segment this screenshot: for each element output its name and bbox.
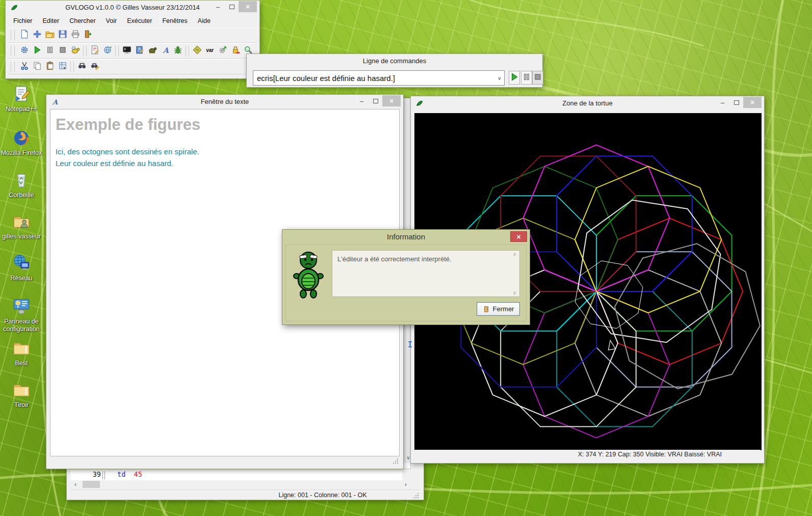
debug-bug-button[interactable] xyxy=(172,45,184,57)
toolbar-grip[interactable] xyxy=(11,62,15,72)
menu-aide[interactable]: Aide xyxy=(193,16,215,25)
main-window-titlebar[interactable]: GVLOGO v1.0.0 © Gilles Vasseur 23/12/201… xyxy=(6,1,259,14)
menu-editer[interactable]: Editer xyxy=(38,16,64,25)
view-source-button[interactable] xyxy=(89,45,100,57)
document-line: Ici, des octognes sont dessinés en spira… xyxy=(56,147,399,156)
message-scrollbar[interactable]: ∧ ∨ xyxy=(511,252,518,295)
settings-gear-button[interactable] xyxy=(19,45,30,57)
turtle-settings-button[interactable] xyxy=(70,45,81,57)
procedure-diamond-button[interactable] xyxy=(192,45,203,57)
find-replace-icon xyxy=(90,61,99,72)
maximize-button[interactable] xyxy=(225,1,239,12)
print-button[interactable] xyxy=(70,30,81,41)
edit-text-button[interactable] xyxy=(134,45,145,57)
maximize-icon xyxy=(734,100,739,105)
desktop-icon-label: Corbeille xyxy=(0,192,43,199)
desktop-icon-panneau-de-configuration[interactable]: Panneau de configuration xyxy=(0,297,43,333)
settings-gear-icon xyxy=(20,45,29,57)
resize-grip-icon[interactable] xyxy=(392,458,398,464)
run-button[interactable] xyxy=(509,71,520,85)
desktop-icon-corbeille[interactable]: Corbeille xyxy=(0,171,43,199)
run-play-icon xyxy=(33,45,42,57)
maximize-button[interactable] xyxy=(369,95,382,106)
octagon-shape xyxy=(578,200,721,343)
combo-dropdown-icon[interactable]: ∨ xyxy=(495,75,504,81)
web-refresh-button[interactable] xyxy=(102,45,113,57)
variables-var-icon: var xyxy=(205,45,215,57)
desktop-icon-gilles-vasseur[interactable]: gilles vasseur xyxy=(0,212,43,240)
command-line-window: Ligne de commandes ecris[Leur couleur es… xyxy=(246,53,543,88)
close-button[interactable]: × xyxy=(510,231,527,242)
desktop-icon-notepad-[interactable]: Notepad++ xyxy=(0,85,43,113)
resize-grip-icon[interactable] xyxy=(413,493,418,498)
add-button[interactable] xyxy=(32,30,43,41)
toolbar-grip[interactable] xyxy=(11,30,15,40)
font-italic-a-button[interactable]: A xyxy=(160,45,171,57)
menu-excuter[interactable]: Exécuter xyxy=(122,16,156,25)
scroll-right-icon[interactable]: › xyxy=(402,481,410,488)
find-binoculars-button[interactable] xyxy=(76,61,88,72)
toolbar-separator xyxy=(186,46,189,56)
find-replace-button[interactable] xyxy=(89,61,100,72)
close-button[interactable]: × xyxy=(382,95,401,106)
turtle-window-titlebar[interactable]: Zone de la tortue – × xyxy=(411,96,764,110)
desktop-icon-tiroir[interactable]: Tiroir xyxy=(0,381,43,409)
scroll-up-icon[interactable]: ∧ xyxy=(513,252,516,257)
scroll-left-icon[interactable]: ‹ xyxy=(71,481,80,488)
close-button[interactable]: × xyxy=(239,1,257,12)
copy-button[interactable] xyxy=(32,61,43,72)
select-all-button[interactable] xyxy=(57,61,68,72)
command-window-titlebar[interactable]: Ligne de commandes xyxy=(247,54,542,67)
text-window-titlebar[interactable]: A Fenêtre du texte – × xyxy=(46,95,403,108)
font-italic-a-icon: A xyxy=(161,45,170,57)
desktop-icon-r-seau[interactable]: Réseau xyxy=(0,254,43,282)
editor-horizontal-scrollbar[interactable]: ‹ › xyxy=(70,480,411,488)
minimize-button[interactable]: – xyxy=(211,1,225,12)
turtle-button[interactable] xyxy=(147,45,158,57)
information-dialog-titlebar[interactable]: Information × xyxy=(282,230,530,243)
menu-fentres[interactable]: Fenêtres xyxy=(158,16,192,25)
fermer-button[interactable]: Fermer xyxy=(477,302,520,316)
procedure-diamond-icon xyxy=(193,45,202,57)
variables-var-button[interactable]: var xyxy=(204,45,216,57)
scrollbar-thumb[interactable] xyxy=(83,481,100,488)
document-line: Leur couleur est définie au hasard. xyxy=(56,159,399,168)
pause-button[interactable] xyxy=(44,45,56,57)
gear-export-button[interactable] xyxy=(217,45,228,57)
command-input-combobox[interactable]: ecris[Leur couleur est définie au hasard… xyxy=(253,70,505,86)
paste-button[interactable] xyxy=(44,61,56,72)
menu-voir[interactable]: Voir xyxy=(101,16,122,25)
information-dialog: Information × L'éditeur a été correcteme… xyxy=(282,229,530,325)
exit-button[interactable] xyxy=(83,30,94,41)
minimize-button[interactable]: – xyxy=(716,97,729,108)
maximize-icon xyxy=(229,5,234,9)
minimize-button[interactable]: – xyxy=(355,95,369,106)
desktop-icon-best[interactable]: Best xyxy=(0,339,43,367)
maximize-button[interactable] xyxy=(729,97,743,108)
close-button[interactable]: × xyxy=(743,97,762,108)
menu-fichier[interactable]: Fichier xyxy=(9,16,37,25)
run-play-button[interactable] xyxy=(32,45,43,57)
toolbar-run: Avar xyxy=(9,43,256,59)
lock-button[interactable] xyxy=(230,45,241,57)
desktop-icon-mozilla-firefox[interactable]: Mozilla Firefox xyxy=(0,128,43,157)
editor-code-line[interactable]: 39 td 45 xyxy=(70,470,402,480)
stop-button[interactable] xyxy=(532,71,543,85)
console-button[interactable] xyxy=(121,45,133,57)
toolbar-grip[interactable] xyxy=(11,46,15,56)
turtle-cursor-icon xyxy=(609,340,616,350)
menu-chercher[interactable]: Chercher xyxy=(65,16,100,25)
gutter-separator xyxy=(102,471,105,479)
save-button[interactable] xyxy=(57,30,68,41)
stop-button[interactable] xyxy=(57,45,68,57)
document-heading: Exemple de figures xyxy=(56,116,399,134)
open-folder-button[interactable] xyxy=(44,30,56,41)
ibeam-cursor-icon: I xyxy=(408,340,412,349)
scroll-down-icon[interactable]: ∨ xyxy=(513,290,516,295)
new-file-button[interactable] xyxy=(19,30,30,41)
turtle-status-text: X: 374 Y: 219 Cap: 350 Visible: VRAI Bai… xyxy=(578,451,722,458)
desktop-icon-label: gilles vasseur xyxy=(0,233,43,240)
command-input-value[interactable]: ecris[Leur couleur est définie au hasard… xyxy=(253,74,495,83)
cut-button[interactable] xyxy=(19,61,30,72)
pause-button[interactable] xyxy=(521,71,532,85)
